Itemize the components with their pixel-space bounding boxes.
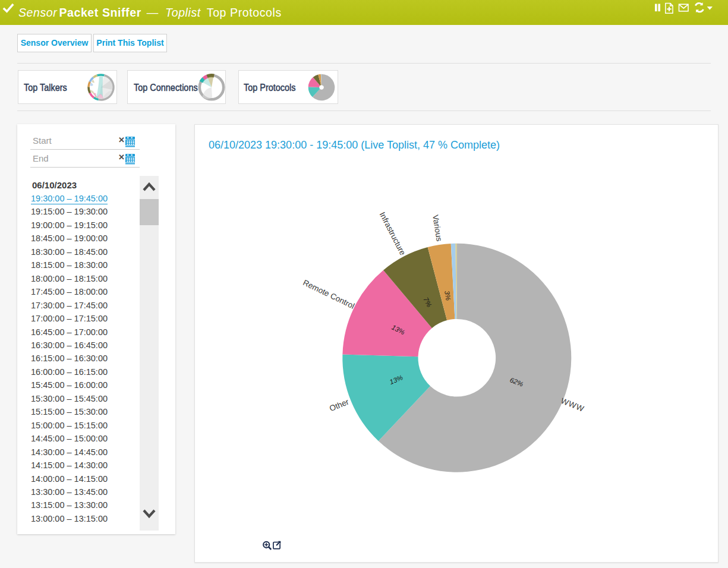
svg-text:Other: Other bbox=[328, 397, 350, 413]
svg-text:Various: Various bbox=[431, 214, 444, 242]
svg-text:Infrastructure: Infrastructure bbox=[378, 210, 408, 257]
svg-text:Remote Control: Remote Control bbox=[301, 278, 356, 311]
svg-text:3%: 3% bbox=[443, 290, 452, 301]
svg-text:WWW: WWW bbox=[560, 396, 586, 414]
